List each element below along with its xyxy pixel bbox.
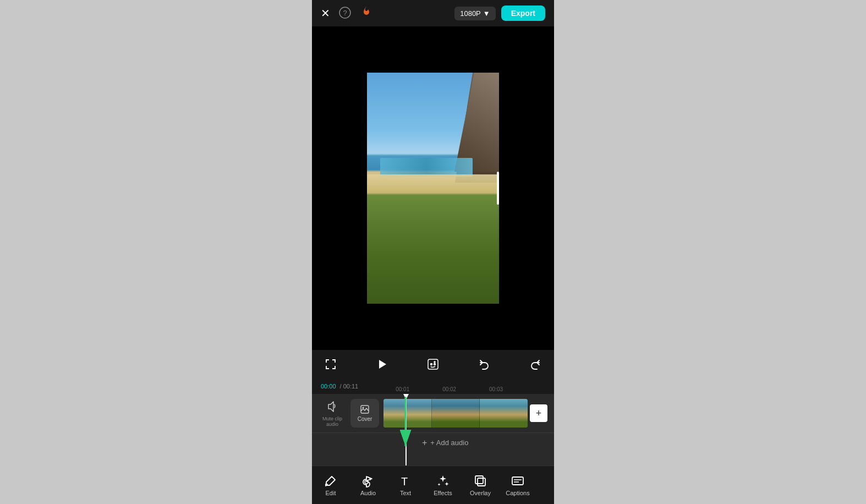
add-audio-label: + Add audio [430, 439, 468, 447]
cliff [450, 73, 499, 172]
timeline-area: Mute clip audio Cover + [312, 394, 554, 465]
effects-icon [436, 474, 450, 487]
add-audio-row: + + Add audio [312, 432, 554, 452]
tool-audio[interactable]: Audio [349, 466, 387, 504]
clip-thumb-3 [480, 399, 528, 428]
clip-thumb-1 [383, 399, 432, 428]
edit-label: Edit [326, 490, 336, 496]
current-time: 00:00 [321, 383, 336, 390]
undo-button[interactable] [474, 354, 494, 374]
audio-icon [361, 474, 375, 487]
playhead [405, 394, 407, 465]
flame-icon [360, 5, 373, 21]
close-button[interactable]: ✕ [321, 8, 330, 19]
export-button[interactable]: Export [501, 6, 545, 21]
sand [367, 174, 499, 193]
svg-rect-12 [475, 476, 483, 484]
mute-button[interactable] [326, 400, 338, 414]
overlay-label: Overlay [470, 490, 491, 496]
svg-text:T: T [401, 475, 408, 487]
svg-point-7 [363, 407, 364, 409]
playback-controls [312, 350, 554, 379]
tool-text[interactable]: T Text [387, 466, 424, 504]
add-audio-button[interactable]: + + Add audio [422, 438, 468, 448]
svg-marker-2 [379, 360, 386, 369]
app-container: ✕ ? 1080P ▼ Export [312, 0, 554, 504]
svg-rect-14 [512, 477, 523, 485]
redo-button[interactable] [525, 354, 545, 374]
top-bar: ✕ ? 1080P ▼ Export [312, 0, 554, 26]
text-label: Text [400, 490, 411, 496]
svg-rect-3 [428, 359, 438, 369]
effects-label: Effects [434, 490, 452, 496]
fullscreen-button[interactable] [321, 354, 341, 374]
tool-captions[interactable]: Captions [499, 466, 536, 504]
mute-btn-area: Mute clip audio [319, 400, 346, 427]
svg-point-4 [431, 364, 432, 365]
beach-scene [367, 73, 499, 304]
time-separator: / [338, 383, 343, 390]
svg-text:?: ? [343, 9, 347, 17]
scrubber-handle [497, 172, 499, 205]
svg-rect-13 [478, 478, 485, 486]
overlay-icon [474, 474, 487, 487]
svg-point-5 [434, 364, 436, 365]
play-button[interactable] [372, 354, 392, 374]
add-clip-button[interactable]: + [530, 404, 547, 422]
sticker-button[interactable] [423, 354, 443, 374]
top-bar-left: ✕ ? [321, 5, 373, 21]
tool-edit[interactable]: Edit [312, 466, 349, 504]
captions-icon [511, 474, 524, 487]
tool-overlay[interactable]: Overlay [462, 466, 499, 504]
tool-effects[interactable]: Effects [424, 466, 462, 504]
edit-icon [324, 474, 337, 487]
cover-button[interactable]: Cover [350, 399, 379, 428]
timeline-track: Mute clip audio Cover + [312, 394, 554, 432]
total-time: 00:11 [343, 383, 359, 390]
clip-thumb-2 [432, 399, 480, 428]
text-icon: T [399, 474, 412, 487]
resolution-button[interactable]: 1080P ▼ [454, 7, 495, 20]
video-frame [367, 73, 499, 304]
ruler-content: 00:00 / 00:11 00:01 00:02 00:03 [321, 383, 545, 390]
video-preview [312, 26, 554, 350]
help-button[interactable]: ? [339, 7, 351, 20]
top-bar-right: 1080P ▼ Export [454, 6, 545, 21]
bottom-toolbar: Edit Audio T Text Effects [312, 465, 554, 504]
captions-label: Captions [506, 490, 529, 496]
audio-label: Audio [360, 490, 376, 496]
mute-label: Mute clip audio [319, 416, 346, 427]
timeline-ruler: 00:00 / 00:11 00:01 00:02 00:03 [312, 379, 554, 394]
cover-label: Cover [358, 416, 372, 422]
